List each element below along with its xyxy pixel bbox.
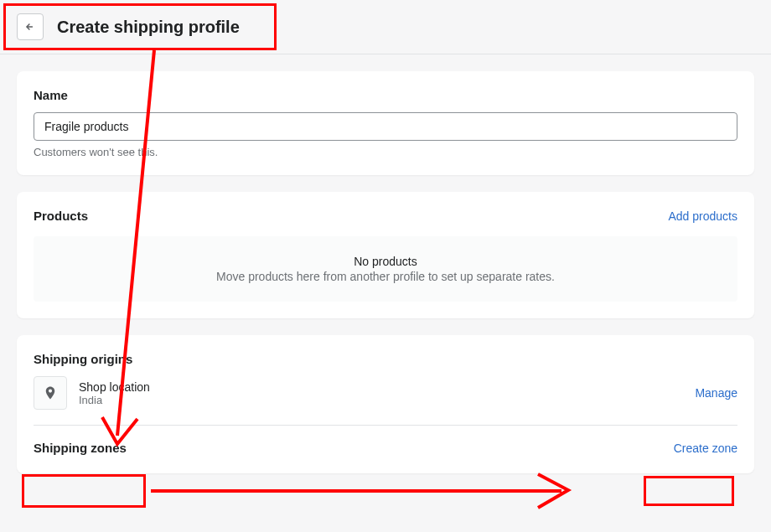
create-zone-link[interactable]: Create zone xyxy=(674,442,737,455)
origins-title: Shipping origins xyxy=(34,352,737,366)
products-title: Products xyxy=(34,209,88,223)
shipping-card: Shipping origins Shop location India Man… xyxy=(17,335,754,473)
zones-title: Shipping zones xyxy=(34,441,127,455)
location-country: India xyxy=(79,394,150,406)
location-pin-icon xyxy=(34,376,67,410)
arrow-left-icon xyxy=(24,21,36,33)
back-button[interactable] xyxy=(17,13,44,40)
add-products-link[interactable]: Add products xyxy=(669,209,738,223)
manage-origins-link[interactable]: Manage xyxy=(695,386,737,400)
empty-title: No products xyxy=(52,255,719,268)
profile-name-input[interactable] xyxy=(34,112,737,141)
products-card: Products Add products No products Move p… xyxy=(17,192,754,318)
page-header: Create shipping profile xyxy=(0,0,771,54)
location-name: Shop location xyxy=(79,380,150,394)
name-label: Name xyxy=(34,88,737,102)
products-empty-state: No products Move products here from anot… xyxy=(34,236,737,302)
page-title: Create shipping profile xyxy=(57,18,240,37)
empty-subtitle: Move products here from another profile … xyxy=(52,270,719,283)
name-help-text: Customers won't see this. xyxy=(34,146,737,158)
name-card: Name Customers won't see this. xyxy=(17,71,754,175)
